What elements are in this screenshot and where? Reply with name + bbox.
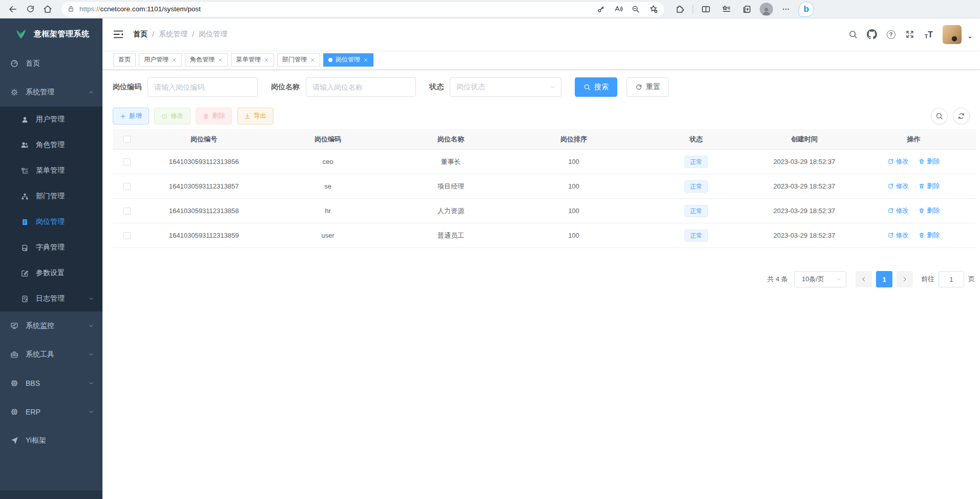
- row-checkbox[interactable]: [123, 158, 131, 165]
- badge-icon: [20, 218, 29, 226]
- tab-menu[interactable]: 菜单管理: [231, 53, 274, 67]
- sidebar-item-system[interactable]: 系统管理: [0, 78, 102, 107]
- reset-button[interactable]: 重置: [627, 77, 669, 97]
- row-edit-link[interactable]: 修改: [888, 206, 909, 215]
- row-checkbox[interactable]: [123, 183, 131, 190]
- chevron-right-icon: [902, 276, 908, 282]
- status-select[interactable]: 岗位状态: [450, 77, 561, 97]
- favorite-add-button[interactable]: [647, 3, 660, 16]
- close-icon[interactable]: [264, 57, 269, 63]
- tab-dept[interactable]: 部门管理: [277, 53, 320, 67]
- post-code-input[interactable]: [148, 77, 258, 97]
- browser-refresh-button[interactable]: [23, 2, 38, 17]
- sidebar-item-log[interactable]: 日志管理: [0, 286, 102, 311]
- prev-page-button[interactable]: [856, 271, 872, 287]
- globe-icon: [10, 379, 18, 387]
- sidebar-item-user[interactable]: 用户管理: [0, 107, 102, 132]
- close-icon[interactable]: [363, 57, 368, 63]
- sidebar-item-dept[interactable]: 部门管理: [0, 183, 102, 209]
- browser-back-button[interactable]: [5, 2, 20, 17]
- zoom-out-button[interactable]: [629, 3, 642, 16]
- trash-icon: [919, 158, 925, 164]
- sidebar-item-dict[interactable]: 字典管理: [0, 235, 102, 260]
- header-search-button[interactable]: [848, 29, 858, 39]
- close-icon[interactable]: [172, 57, 177, 63]
- sidebar-item-yi[interactable]: Yi框架: [0, 426, 102, 455]
- breadcrumb-home[interactable]: 首页: [133, 30, 148, 39]
- goto-page-input[interactable]: [939, 271, 964, 287]
- breadcrumb-section[interactable]: 系统管理: [159, 30, 187, 39]
- help-button[interactable]: ?: [886, 29, 896, 39]
- refresh-table-button[interactable]: [953, 108, 970, 124]
- sidebar-item-home[interactable]: 首页: [0, 49, 102, 78]
- browser-menu-button[interactable]: [778, 2, 794, 17]
- tab-role[interactable]: 角色管理: [185, 53, 228, 67]
- add-button[interactable]: 新增: [113, 108, 149, 124]
- row-checkbox[interactable]: [123, 232, 131, 239]
- fullscreen-button[interactable]: [905, 29, 915, 39]
- tab-post-active[interactable]: 岗位管理: [323, 53, 373, 67]
- sidebar-item-param[interactable]: 参数设置: [0, 260, 102, 286]
- logo[interactable]: 意框架管理系统: [0, 18, 102, 49]
- row-delete-link[interactable]: 删除: [919, 182, 940, 191]
- sidebar-item-post[interactable]: 岗位管理: [0, 209, 102, 235]
- dictionary-icon: [20, 243, 29, 252]
- row-edit-link[interactable]: 修改: [888, 157, 909, 166]
- avatar[interactable]: [943, 25, 962, 44]
- sidebar-item-tools[interactable]: 系统工具: [0, 340, 102, 369]
- tab-home[interactable]: 首页: [113, 53, 136, 67]
- sidebar-item-role[interactable]: 角色管理: [0, 132, 102, 158]
- menu-tree-icon: [20, 167, 29, 175]
- browser-home-button[interactable]: [40, 2, 55, 17]
- export-button[interactable]: 导出: [237, 108, 274, 124]
- trash-icon: [919, 183, 925, 189]
- extensions-button[interactable]: [672, 2, 687, 17]
- row-edit-link[interactable]: 修改: [888, 231, 909, 240]
- row-checkbox[interactable]: [123, 207, 131, 215]
- status-badge: 正常: [684, 205, 708, 217]
- collections-button[interactable]: [739, 2, 755, 17]
- search-button[interactable]: 搜索: [575, 77, 617, 97]
- bing-chat-button[interactable]: b: [799, 2, 814, 17]
- password-button[interactable]: [594, 3, 608, 16]
- sidebar-item-erp[interactable]: ERP: [0, 398, 102, 426]
- page-number-1[interactable]: 1: [876, 271, 892, 287]
- download-icon: [244, 113, 251, 119]
- collapse-sidebar-button[interactable]: [113, 29, 124, 40]
- toggle-search-button[interactable]: [931, 108, 948, 124]
- post-name-input[interactable]: [306, 77, 416, 97]
- header-post-id: 岗位编号: [141, 135, 266, 144]
- row-delete-link[interactable]: 删除: [919, 206, 940, 215]
- page-size-select[interactable]: 10条/页: [794, 271, 846, 287]
- delete-button[interactable]: 删除: [196, 108, 232, 124]
- github-link[interactable]: [867, 29, 877, 39]
- select-all-checkbox[interactable]: [123, 136, 131, 143]
- search-icon: [583, 84, 591, 91]
- row-delete-link[interactable]: 删除: [919, 157, 940, 166]
- tab-user[interactable]: 用户管理: [139, 53, 182, 67]
- row-edit-link[interactable]: 修改: [888, 182, 909, 191]
- close-icon[interactable]: [218, 57, 223, 63]
- favorites-bar-button[interactable]: [719, 2, 734, 17]
- url-text[interactable]: https://ccnetcore.com:1101/system/post: [79, 5, 594, 13]
- font-size-button[interactable]: TT: [924, 29, 934, 39]
- browser-profile-button[interactable]: [760, 3, 773, 16]
- read-aloud-button[interactable]: [612, 3, 625, 16]
- split-screen-button[interactable]: [698, 2, 714, 17]
- header-actions: 操作: [851, 135, 976, 144]
- sidebar-item-menu[interactable]: 菜单管理: [0, 158, 102, 183]
- post-name-label: 岗位名称: [271, 82, 300, 92]
- edit-icon: [20, 269, 29, 277]
- close-icon[interactable]: [310, 57, 315, 63]
- table-row: 1641030593112313856 ceo 董事长 100 正常 2023-…: [113, 150, 976, 174]
- page-suffix-label: 页: [968, 275, 975, 284]
- next-page-button[interactable]: [896, 271, 913, 287]
- refresh-icon: [957, 112, 965, 120]
- sidebar-item-monitor[interactable]: 系统监控: [0, 311, 102, 340]
- caret-down-icon[interactable]: [967, 33, 973, 43]
- row-delete-link[interactable]: 删除: [919, 231, 940, 240]
- address-bar[interactable]: https://ccnetcore.com:1101/system/post: [61, 2, 664, 16]
- chevron-down-icon: [88, 409, 94, 415]
- edit-button[interactable]: 修改: [154, 108, 191, 124]
- sidebar-item-bbs[interactable]: BBS: [0, 369, 102, 398]
